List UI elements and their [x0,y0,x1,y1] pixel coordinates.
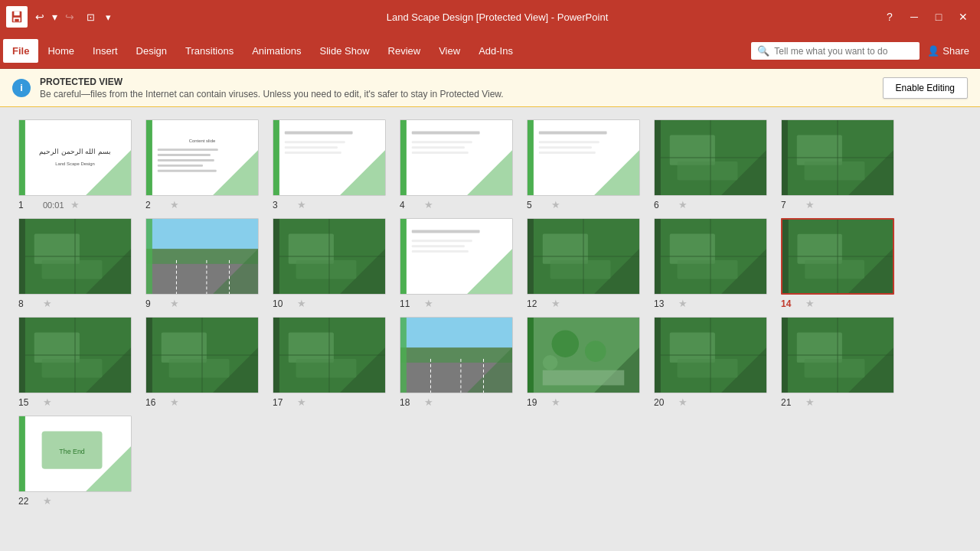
slide-item-11[interactable]: 11★ [400,218,513,309]
slide-star-12[interactable]: ★ [551,298,560,309]
slide-item-12[interactable]: 12★ [527,218,640,309]
slide-star-9[interactable]: ★ [170,298,179,309]
tab-slideshow[interactable]: Slide Show [311,39,379,63]
tab-transitions[interactable]: Transitions [176,39,243,63]
slide-number-11: 11 [400,298,418,309]
svg-rect-49 [797,135,842,165]
slide-star-19[interactable]: ★ [551,396,560,408]
slide-star-10[interactable]: ★ [297,298,306,309]
slide-item-19[interactable]: 19★ [527,317,640,408]
slide-item-16[interactable]: 16★ [145,317,259,408]
slide-item-21[interactable]: 21★ [781,317,894,408]
slide-thumbnail-2[interactable]: Content slide [145,119,259,196]
slide-star-22[interactable]: ★ [43,495,52,507]
slide-star-7[interactable]: ★ [805,199,815,210]
undo-dropdown[interactable]: ▾ [49,8,60,26]
tab-review[interactable]: Review [379,39,430,63]
slide-star-20[interactable]: ★ [678,396,688,408]
slide-thumbnail-20[interactable] [654,317,767,393]
slide-meta-21: 21★ [781,396,894,408]
slide-item-17[interactable]: 17★ [273,317,386,408]
slide-thumbnail-12[interactable] [527,218,640,295]
restore-button[interactable]: □ [928,6,949,28]
tab-home[interactable]: Home [38,39,83,63]
slide-star-5[interactable]: ★ [551,199,560,210]
slide-star-1[interactable]: ★ [70,199,80,210]
undo-button[interactable]: ↩ [32,8,47,26]
enable-editing-button[interactable]: Enable Editing [883,77,968,99]
slide-thumbnail-16[interactable] [145,317,259,393]
slide-item-4[interactable]: 4★ [400,119,513,210]
slide-thumbnail-18[interactable] [400,317,513,393]
slide-star-8[interactable]: ★ [43,298,52,309]
slide-thumbnail-11[interactable] [400,218,513,295]
slide-thumbnail-4[interactable] [400,119,513,196]
slide-thumbnail-3[interactable] [273,119,386,196]
slide-star-6[interactable]: ★ [678,199,688,210]
slide-thumbnail-15[interactable] [18,317,132,393]
tab-design[interactable]: Design [127,39,176,63]
share-button[interactable]: 👤 Share [920,42,977,60]
svg-rect-120 [289,332,334,362]
help-button[interactable]: ? [879,6,900,28]
slide-thumbnail-8[interactable] [18,218,132,295]
tab-file[interactable]: File [3,39,38,63]
slide-star-11[interactable]: ★ [424,298,433,309]
slide-star-14[interactable]: ★ [805,298,815,309]
slide-item-1[interactable]: بسم الله الرحمن الرحيم Land Scape Design… [18,119,132,210]
present-button[interactable]: ⊡ [82,8,100,26]
slide-star-17[interactable]: ★ [297,396,306,408]
svg-point-137 [543,355,558,370]
slide-star-18[interactable]: ★ [424,396,433,408]
slide-number-5: 5 [527,200,545,210]
save-button[interactable] [6,6,28,28]
slide-item-2[interactable]: Content slide 2★ [145,119,259,210]
slide-star-3[interactable]: ★ [297,199,306,210]
tab-animations[interactable]: Animations [243,39,310,63]
slide-star-2[interactable]: ★ [170,199,179,210]
slide-item-8[interactable]: 8★ [18,218,132,309]
slide-item-5[interactable]: 5★ [527,119,640,210]
slide-thumbnail-1[interactable]: بسم الله الرحمن الرحيم Land Scape Design [18,119,132,196]
slide-star-16[interactable]: ★ [170,396,179,408]
customize-button[interactable]: ▾ [101,8,116,26]
slide-thumbnail-13[interactable] [654,218,767,295]
slide-item-14[interactable]: 14★ [781,218,894,309]
slide-item-22[interactable]: The End 22★ [18,416,132,507]
slide-thumbnail-14[interactable] [781,218,894,295]
slide-star-13[interactable]: ★ [678,298,688,309]
close-button[interactable]: ✕ [952,6,974,28]
slide-thumbnail-10[interactable] [273,218,386,295]
svg-rect-63 [146,219,152,295]
ribbon-search-box[interactable]: 🔍 [751,42,920,60]
slide-item-20[interactable]: 20★ [654,317,767,408]
redo-button[interactable]: ↪ [62,8,77,26]
slide-item-18[interactable]: 18★ [400,317,513,408]
slide-item-6[interactable]: 6★ [654,119,767,210]
slide-thumbnail-7[interactable] [781,119,894,196]
slide-item-9[interactable]: 9★ [145,218,259,309]
minimize-button[interactable]: ─ [903,6,925,28]
slide-item-3[interactable]: 3★ [273,119,386,210]
slide-star-15[interactable]: ★ [43,396,52,408]
slide-thumbnail-21[interactable] [781,317,894,393]
slide-thumbnail-19[interactable] [527,317,640,393]
slide-item-13[interactable]: 13★ [654,218,767,309]
slide-item-7[interactable]: 7★ [781,119,894,210]
tab-insert[interactable]: Insert [83,39,127,63]
slide-number-4: 4 [400,200,418,210]
slide-star-21[interactable]: ★ [805,396,815,408]
tab-addins[interactable]: Add-Ins [469,39,522,63]
slide-thumbnail-5[interactable] [527,119,640,196]
slide-thumbnail-17[interactable] [273,317,386,393]
slide-star-4[interactable]: ★ [424,199,433,210]
slide-thumbnail-9[interactable] [145,218,259,295]
tab-view[interactable]: View [430,39,469,63]
slide-thumbnail-22[interactable]: The End [18,416,132,492]
slide-meta-2: 2★ [145,199,259,210]
slide-item-15[interactable]: 15★ [18,317,132,408]
slide-meta-22: 22★ [18,495,132,507]
search-input[interactable] [774,46,897,57]
slide-thumbnail-6[interactable] [654,119,767,196]
slide-item-10[interactable]: 10★ [273,218,386,309]
